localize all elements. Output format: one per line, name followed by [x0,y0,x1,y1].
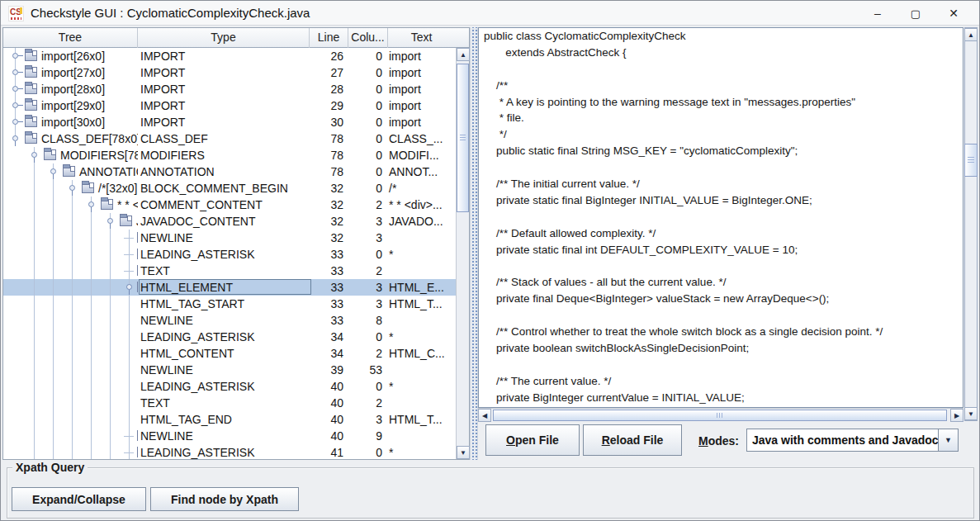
line-cell: 27 [310,64,348,81]
table-row[interactable]: NEWLINE338 [3,312,456,329]
table-row[interactable]: import[28x0]IMPORT280import [3,81,456,97]
table-row[interactable]: JAJAVADOC_CONTENT323JAVADO... [3,213,456,230]
text-cell: import [388,64,455,81]
scroll-up-icon[interactable]: ▲ [457,48,470,61]
type-cell: NEWLINE [138,362,310,378]
modes-label: Modes: [698,429,739,452]
expand-handle-icon[interactable] [12,69,18,75]
code-hscrollbar-thumb[interactable] [493,410,947,421]
table-row[interactable]: LEADING_ASTERISK410* [3,444,456,459]
column-header-line[interactable]: Line [310,28,348,48]
tree-rows-container: import[26x0]IMPORT260importimport[27x0]I… [3,48,456,459]
column-cell: 53 [348,362,388,378]
tree-guide-line [34,246,35,263]
tree-guide-line [91,378,92,395]
table-row[interactable]: import[30x0]IMPORT300import [3,114,456,130]
tree-guide-line [110,246,111,263]
collapse-handle-icon[interactable] [50,168,56,174]
split-pane-divider[interactable] [470,27,478,460]
table-row[interactable]: NEWLINE323 [3,230,456,246]
tree-guide-line [110,329,111,345]
reload-file-button[interactable]: Reload File [583,424,682,456]
maximize-button[interactable]: ▢ [897,1,935,26]
text-cell: * [388,378,455,395]
combo-dropdown-icon[interactable]: ▼ [938,429,958,451]
table-row[interactable]: HTML_ELEMENT333HTML_E... [3,279,456,296]
close-button[interactable]: ✕ [935,1,973,26]
table-row[interactable]: LEADING_ASTERISK330* [3,246,456,263]
column-header-type[interactable]: Type [138,28,310,48]
expand-handle-icon[interactable] [12,119,18,125]
modes-combobox[interactable]: Java with comments and Javadocs ▼ [746,429,959,452]
code-line [479,209,963,225]
expand-handle-icon[interactable] [12,53,18,59]
collapse-handle-icon[interactable] [107,218,113,224]
tree-cell: MODIFIERS[78x0] [3,147,138,163]
table-row[interactable]: NEWLINE3953 [3,362,456,378]
table-row[interactable]: HTML_TAG_START333HTML_T... [3,296,456,312]
expand-collapse-button[interactable]: Expand/Collapse [12,487,146,511]
scroll-down-icon[interactable]: ▼ [457,446,470,459]
type-cell: LEADING_ASTERISK [138,329,310,345]
expand-handle-icon[interactable] [12,102,18,108]
handle-stem [18,105,23,106]
code-line [479,61,963,78]
code-scroll-down-icon[interactable]: ▼ [964,407,978,420]
collapse-handle-icon[interactable] [69,185,75,191]
find-node-by-xpath-button[interactable]: Find node by Xpath [150,487,299,511]
collapse-handle-icon[interactable] [88,201,94,207]
collapse-handle-icon[interactable] [31,152,37,158]
table-row[interactable]: HTML_TAG_END403HTML_T... [3,411,456,428]
table-row[interactable]: LEADING_ASTERISK400* [3,378,456,395]
table-header: Tree Type Line Colu... Text [3,28,469,48]
table-row[interactable]: import[26x0]IMPORT260import [3,48,456,64]
tree-guide-line [72,312,73,329]
clipped-node-icon [137,265,138,276]
window-title: Checkstyle GUI : CyclomaticComplexityChe… [31,1,310,26]
column-header-column[interactable]: Colu... [348,28,388,48]
column-header-tree[interactable]: Tree [3,28,138,48]
tree-cell [3,428,138,444]
table-row[interactable]: /*[32x0]BLOCK_COMMENT_BEGIN320/* [3,180,456,197]
code-scroll-up-icon[interactable]: ▲ [964,28,978,41]
collapse-handle-icon[interactable] [126,284,132,290]
column-header-text[interactable]: Text [388,28,455,48]
code-scroll-right-icon[interactable]: ▶ [950,409,963,422]
tree-guide-line [129,312,130,329]
code-vertical-scrollbar[interactable]: ▲ ▼ [964,27,978,421]
line-cell: 29 [310,97,348,114]
tree-guide-line [34,279,35,296]
modes-selected-value: Java with comments and Javadocs [747,429,938,451]
open-file-button[interactable]: Open File [485,424,580,456]
expand-handle-icon[interactable] [12,86,18,92]
collapse-handle-icon[interactable] [12,135,18,141]
table-row[interactable]: import[27x0]IMPORT270import [3,64,456,81]
column-cell: 3 [348,296,388,312]
table-row[interactable]: import[29x0]IMPORT290import [3,97,456,114]
tree-node-label: CLASS_DEF[78x0] [41,130,138,147]
table-row[interactable]: HTML_CONTENT342HTML_C... [3,345,456,362]
line-cell: 33 [310,296,348,312]
table-row[interactable]: TEXT402 [3,395,456,411]
table-row[interactable]: ANNOTATION[7ANNOTATION780ANNOT... [3,163,456,180]
table-vertical-scrollbar[interactable]: ▲ ▼ [456,48,469,459]
table-row[interactable]: * * <dCOMMENT_CONTENT322* * <div>... [3,197,456,213]
table-row[interactable]: CLASS_DEF[78x0]CLASS_DEF780CLASS_... [3,130,456,147]
handle-stem [53,174,54,179]
tree-cell [3,329,138,345]
table-row[interactable]: TEXT332 [3,263,456,279]
text-cell [388,428,455,444]
code-scroll-left-icon[interactable]: ◀ [478,409,491,422]
tree-guide-line [110,263,111,279]
column-cell: 2 [348,395,388,411]
code-scrollbar-thumb[interactable] [964,144,978,177]
code-horizontal-scrollbar[interactable]: ◀ ▶ [478,408,963,421]
line-cell: 34 [310,329,348,345]
minimize-button[interactable]: – [859,1,897,26]
table-scrollbar-thumb[interactable] [457,64,469,212]
tree-leaf-connector [124,271,134,272]
table-row[interactable]: NEWLINE409 [3,428,456,444]
table-row[interactable]: MODIFIERS[78x0]MODIFIERS780MODIFI... [3,147,456,163]
code-viewer[interactable]: public class CyclomaticComplexityCheck e… [478,27,963,408]
table-row[interactable]: LEADING_ASTERISK340* [3,329,456,345]
